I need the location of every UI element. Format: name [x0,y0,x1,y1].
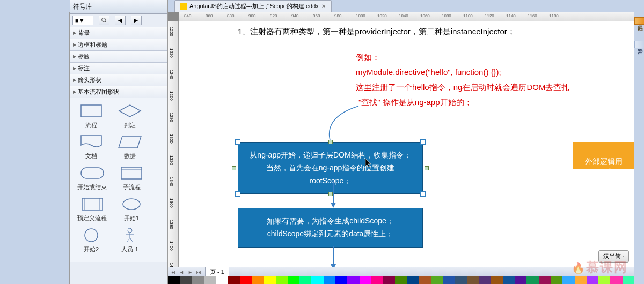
flow-box-external[interactable]: 外部逻辑用mod [573,142,634,169]
color-palette [168,276,634,284]
connection-handle[interactable] [328,192,333,196]
color-swatch[interactable] [240,276,252,284]
canvas-area: 840 860 880 900 920 940 960 980 1000 102… [168,12,634,272]
color-swatch[interactable] [467,276,479,284]
color-swatch[interactable] [204,276,216,284]
svg-rect-2 [81,105,101,117]
color-swatch[interactable] [539,276,551,284]
box2-line2: childScope绑定到元素的data属性上； [249,228,412,241]
color-swatch[interactable] [347,276,359,284]
color-swatch[interactable] [192,276,204,284]
section-border-title[interactable]: ▶边框和标题 [70,39,167,51]
color-swatch[interactable] [180,276,192,284]
color-swatch[interactable] [623,276,634,284]
color-swatch[interactable] [515,276,526,284]
right-tab-properties[interactable]: 属性 [634,17,644,25]
color-swatch[interactable] [360,276,371,284]
example-note[interactable]: "查找" 操作是从ng-app开始的； [358,98,472,108]
selection-handle[interactable] [235,191,240,197]
example-label[interactable]: 例如： [356,53,380,63]
connection-handle[interactable] [328,140,333,144]
color-swatch[interactable] [443,276,455,284]
color-swatch[interactable] [479,276,491,284]
selection-handle[interactable] [235,139,240,145]
color-swatch[interactable] [575,276,587,284]
color-swatch[interactable] [587,276,598,284]
color-swatch[interactable] [562,276,574,284]
page-navigation-bar: ⏮ ◄ ► ⏭ 页 - 1 [168,267,634,276]
title-text[interactable]: 1、注射器有两种类型，第一种是providerInjector，第二种是inst… [238,27,515,37]
prev-page-button[interactable]: ◄ [179,270,185,275]
color-swatch[interactable] [407,276,419,284]
color-swatch[interactable] [371,276,383,284]
color-swatch[interactable] [395,276,407,284]
shape-category-selector[interactable]: ■▼ [72,16,93,25]
section-title[interactable]: ▶标题 [70,51,167,63]
watermark: 🔥慕课网 [572,259,628,276]
flow-box-childscope[interactable]: 如果有需要，为指令生成childScope； childScope绑定到元素的d… [238,208,423,248]
example-code[interactable]: myModule.directive("hello", function() {… [356,68,501,77]
color-swatch[interactable] [598,276,610,284]
box2-line1: 如果有需要，为指令生成childScope； [249,215,412,228]
svg-line-1 [105,21,107,23]
flow-box-ngapp[interactable]: 从ng-app开始，递归子层DOM结构，收集指令； 当然，首先会在ng-app指… [238,142,423,194]
last-page-button[interactable]: ⏭ [196,270,202,275]
panel-title: 符号库 [70,0,167,14]
shape-predefined[interactable]: 预定义流程 [77,196,107,222]
color-swatch[interactable] [311,276,323,284]
page-tab[interactable]: 页 - 1 [205,267,229,277]
arrow-left-button[interactable]: ◄ [115,16,126,25]
color-swatch[interactable] [491,276,503,284]
color-swatch[interactable] [216,276,228,284]
shape-data[interactable]: 数据 [116,133,144,160]
section-basic-flowchart[interactable]: ▶基本流程图形状 [70,86,167,98]
shape-document[interactable]: 文档 [77,133,105,160]
shape-start1[interactable]: 开始1 [118,196,145,222]
chevron-right-icon: ▶ [73,54,76,59]
svg-point-0 [101,18,105,22]
right-tab-comments[interactable]: 注释 [634,41,644,48]
selection-handle[interactable] [420,139,426,145]
color-swatch[interactable] [299,276,311,284]
shape-subprocess[interactable]: 子流程 [118,165,145,191]
connection-handle[interactable] [425,166,429,170]
close-tab-icon[interactable]: ✕ [321,3,326,9]
next-page-button[interactable]: ► [188,270,193,275]
section-background[interactable]: ▶背景 [70,27,167,39]
shape-process[interactable]: 流程 [77,102,105,129]
cursor-icon [365,159,372,167]
document-filename: AngularJS的启动过程---加上了Scope的构建.eddx [189,2,319,10]
color-swatch[interactable] [503,276,515,284]
color-swatch[interactable] [264,276,275,284]
color-swatch[interactable] [551,276,562,284]
color-swatch[interactable] [610,276,622,284]
shape-start-end[interactable]: 开始或结束 [77,165,107,191]
canvas-content[interactable]: 1、注射器有两种类型，第一种是providerInjector，第二种是inst… [179,21,634,272]
color-swatch[interactable] [168,276,180,284]
color-swatch[interactable] [431,276,443,284]
selection-handle[interactable] [420,191,426,197]
example-desc[interactable]: 这里注册了一个hello指令，ng在启动时就会遍历DOM去查扎 [356,83,569,93]
shape-start2[interactable]: 开始2 [77,227,105,253]
shape-decision[interactable]: 判定 [116,102,144,129]
color-swatch[interactable] [419,276,431,284]
color-swatch[interactable] [455,276,467,284]
color-swatch[interactable] [383,276,395,284]
document-tab[interactable]: AngularJS的启动过程---加上了Scope的构建.eddx ✕ [174,0,332,12]
color-swatch[interactable] [276,276,288,284]
connection-handle[interactable] [232,166,236,170]
search-shapes-button[interactable] [99,16,109,25]
arrow-right-button[interactable]: ► [131,16,142,25]
chevron-right-icon: ▶ [73,66,76,71]
color-swatch[interactable] [228,276,239,284]
color-swatch[interactable] [526,276,538,284]
shape-person1[interactable]: 人员 1 [116,227,144,253]
section-arrow-shape[interactable]: ▶箭头形状 [70,74,167,86]
section-annotation[interactable]: ▶标注 [70,63,167,74]
color-swatch[interactable] [335,276,347,284]
box1-line1: 从ng-app开始，递归子层DOM结构，收集指令； [249,149,412,162]
color-swatch[interactable] [252,276,264,284]
color-swatch[interactable] [288,276,299,284]
first-page-button[interactable]: ⏮ [171,270,176,275]
color-swatch[interactable] [324,276,335,284]
